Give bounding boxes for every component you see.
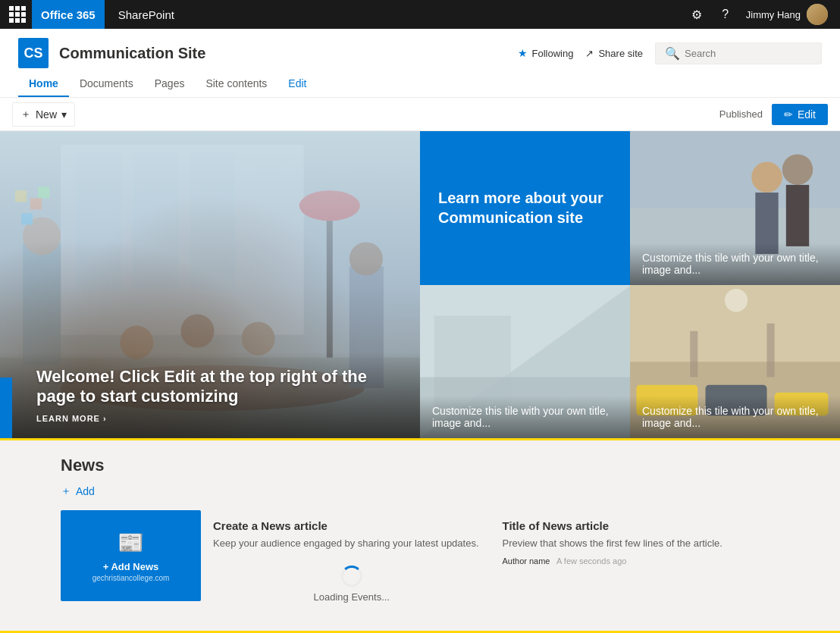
create-news-desc: Keep your audience engaged by sharing yo… (213, 537, 491, 550)
svg-point-19 (349, 242, 383, 275)
svg-point-22 (751, 162, 782, 193)
nav-edit[interactable]: Edit (277, 71, 317, 97)
site-header-actions: ★ Following ↗ Share site 🔍 (518, 42, 822, 64)
plus-icon: ＋ (61, 484, 71, 498)
edit-label: Edit (798, 108, 816, 121)
hero-blue-bar (0, 378, 12, 438)
hero-tiles: Learn more about your Communication site… (420, 131, 840, 438)
page-toolbar: ＋ New ▾ Published ✏ Edit (0, 98, 840, 131)
office365-link[interactable]: Office 365 (32, 0, 105, 29)
svg-rect-9 (15, 190, 27, 202)
hero-main-text: Welcome! Click Edit at the top right of … (18, 367, 402, 406)
user-name: Jimmy Hang (746, 9, 801, 20)
waffle-menu[interactable] (6, 3, 29, 26)
svg-rect-1 (61, 145, 304, 334)
site-title: Communication Site (59, 45, 205, 62)
svg-point-24 (782, 154, 813, 185)
top-bar: Office 365 SharePoint ⚙ ? Jimmy Hang (0, 0, 840, 29)
sharepoint-link[interactable]: SharePoint (106, 0, 186, 29)
article-meta: Author name A few seconds ago (503, 556, 780, 566)
star-icon: ★ (518, 47, 528, 59)
svg-rect-12 (38, 186, 49, 198)
hero-tile-blue-text: Learn more about your Communication site (438, 188, 612, 227)
add-news-card-sub: gechristiancollege.com (92, 574, 170, 582)
pencil-icon: ✏ (784, 108, 793, 121)
new-label: New (36, 108, 57, 121)
nav-pages[interactable]: Pages (144, 71, 196, 97)
chevron-right-icon: › (103, 414, 107, 423)
news-add-button[interactable]: ＋ Add (61, 484, 779, 498)
svg-point-8 (23, 217, 61, 255)
svg-rect-3 (133, 152, 178, 289)
svg-point-17 (299, 190, 360, 221)
hero-overlay: Welcome! Click Edit at the top right of … (0, 352, 420, 438)
svg-rect-2 (76, 152, 121, 289)
svg-rect-10 (30, 198, 42, 209)
svg-rect-38 (690, 331, 697, 377)
add-news-card[interactable]: 📰 + Add News gechristiancollege.com (61, 510, 201, 601)
svg-point-15 (242, 322, 275, 356)
hero-main-tile[interactable]: Welcome! Click Edit at the top right of … (0, 131, 420, 438)
news-title: News (61, 456, 779, 475)
nav-site-contents[interactable]: Site contents (195, 71, 277, 97)
nav-documents[interactable]: Documents (69, 71, 144, 97)
site-logo: CS (18, 38, 49, 68)
search-icon: 🔍 (665, 46, 680, 61)
chevron-down-icon: ▾ (61, 108, 67, 121)
svg-rect-7 (23, 243, 61, 365)
news-article-card[interactable]: Title of News article Preview that shows… (503, 510, 780, 612)
hero-section: Welcome! Click Edit at the top right of … (0, 131, 840, 440)
news-add-label: Add (76, 485, 95, 497)
svg-point-37 (725, 289, 748, 312)
site-header: CS Communication Site ★ Following ↗ Shar… (0, 29, 840, 98)
search-input[interactable] (685, 48, 812, 59)
settings-icon[interactable]: ⚙ (682, 0, 711, 29)
share-button[interactable]: ↗ Share site (585, 48, 643, 59)
article-title: Title of News article (503, 519, 780, 532)
article-preview: Preview that shows the first few lines o… (503, 537, 780, 550)
plus-icon: ＋ (20, 108, 31, 121)
article-time: A few seconds ago (556, 556, 626, 566)
waffle-grid (9, 6, 26, 23)
search-bar[interactable]: 🔍 (655, 42, 822, 64)
nav-home[interactable]: Home (18, 71, 69, 97)
article-author: Author name (503, 556, 550, 566)
following-button[interactable]: ★ Following (518, 47, 574, 59)
create-news-card: Create a News article Keep your audience… (213, 510, 491, 612)
help-icon[interactable]: ? (711, 0, 740, 29)
new-button[interactable]: ＋ New ▾ (12, 102, 75, 127)
svg-point-14 (180, 315, 214, 348)
share-label: Share site (598, 48, 643, 59)
hero-tile-2-caption: Customize this tile with your own title,… (420, 396, 630, 438)
hero-tile-1[interactable]: Customize this tile with your own title,… (630, 131, 840, 285)
news-section: News ＋ Add 📰 + Add News gechristiancolle… (0, 440, 840, 627)
avatar (807, 4, 828, 25)
edit-button[interactable]: ✏ Edit (772, 104, 828, 125)
hero-tile-3[interactable]: Customize this tile with your own title,… (630, 285, 840, 439)
published-status: Published (719, 108, 763, 120)
share-icon: ↗ (585, 48, 594, 59)
site-header-top: CS Communication Site ★ Following ↗ Shar… (18, 29, 822, 71)
site-nav: Home Documents Pages Site contents Edit (18, 71, 822, 97)
hero-learn-more-link[interactable]: LEARN MORE › (18, 414, 402, 423)
learn-more-label: LEARN MORE (36, 414, 100, 423)
hero-tile-1-caption: Customize this tile with your own title,… (630, 243, 840, 285)
user-menu[interactable]: Jimmy Hang (740, 0, 834, 29)
svg-rect-16 (327, 205, 333, 357)
svg-rect-39 (767, 323, 775, 377)
hero-tile-blue[interactable]: Learn more about your Communication site (420, 131, 630, 285)
loading-text: Loading Events... (314, 591, 390, 603)
loading-spinner (341, 566, 362, 587)
following-label: Following (532, 48, 574, 59)
add-news-card-label: + Add News (103, 561, 159, 572)
svg-rect-4 (190, 152, 235, 289)
create-news-title: Create a News article (213, 519, 491, 532)
news-grid: 📰 + Add News gechristiancollege.com Crea… (61, 510, 779, 612)
hero-tile-3-caption: Customize this tile with your own title,… (630, 396, 840, 438)
loading-area: Loading Events... (213, 550, 491, 603)
add-news-icon: 📰 (118, 530, 144, 555)
svg-rect-11 (21, 213, 33, 224)
svg-rect-25 (786, 185, 809, 246)
hero-tile-2[interactable]: Customize this tile with your own title,… (420, 285, 630, 439)
